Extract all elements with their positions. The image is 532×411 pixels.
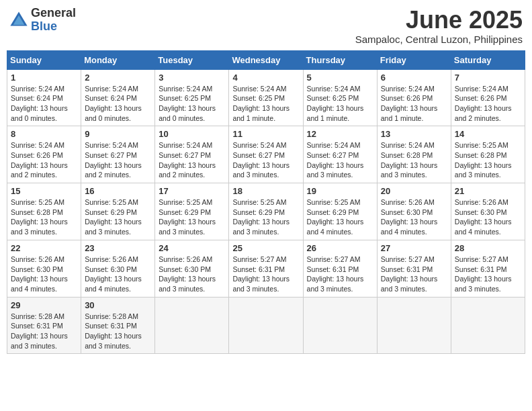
calendar-week-row: 8 Sunrise: 5:24 AM Sunset: 6:26 PM Dayli… xyxy=(7,126,525,183)
sunrise-label: Sunrise: 5:24 AM xyxy=(159,85,212,93)
sunset-label: Sunset: 6:30 PM xyxy=(11,265,63,273)
location-subtitle: Sampaloc, Central Luzon, Philippines xyxy=(355,34,523,45)
logo: General Blue xyxy=(9,7,76,34)
day-info: Sunrise: 5:24 AM Sunset: 6:25 PM Dayligh… xyxy=(307,84,373,124)
sunset-label: Sunset: 6:27 PM xyxy=(85,151,137,159)
header-monday: Monday xyxy=(81,50,155,69)
sunset-label: Sunset: 6:31 PM xyxy=(85,322,137,330)
logo-icon xyxy=(9,11,28,30)
day-number: 23 xyxy=(85,243,151,253)
day-number: 26 xyxy=(307,243,373,253)
table-row: 30 Sunrise: 5:28 AM Sunset: 6:31 PM Dayl… xyxy=(81,297,155,354)
daylight-label: Daylight: 13 hours and 0 minutes. xyxy=(159,104,216,122)
daylight-label: Daylight: 13 hours and 3 minutes. xyxy=(381,275,438,293)
sunrise-label: Sunrise: 5:24 AM xyxy=(381,85,435,93)
daylight-label: Daylight: 13 hours and 2 minutes. xyxy=(85,161,142,179)
daylight-label: Daylight: 13 hours and 1 minute. xyxy=(307,104,364,122)
sunset-label: Sunset: 6:28 PM xyxy=(381,151,433,159)
table-row: 15 Sunrise: 5:25 AM Sunset: 6:28 PM Dayl… xyxy=(7,183,81,240)
table-row xyxy=(451,297,525,354)
sunset-label: Sunset: 6:30 PM xyxy=(85,265,137,273)
header-saturday: Saturday xyxy=(451,50,525,69)
daylight-label: Daylight: 13 hours and 3 minutes. xyxy=(307,161,364,179)
day-info: Sunrise: 5:26 AM Sunset: 6:30 PM Dayligh… xyxy=(85,255,151,294)
table-row: 19 Sunrise: 5:25 AM Sunset: 6:29 PM Dayl… xyxy=(303,183,377,240)
sunrise-label: Sunrise: 5:24 AM xyxy=(232,141,286,149)
day-info: Sunrise: 5:24 AM Sunset: 6:26 PM Dayligh… xyxy=(381,84,447,124)
day-info: Sunrise: 5:25 AM Sunset: 6:29 PM Dayligh… xyxy=(307,197,373,237)
sunrise-label: Sunrise: 5:24 AM xyxy=(159,141,212,149)
table-row: 10 Sunrise: 5:24 AM Sunset: 6:27 PM Dayl… xyxy=(155,126,229,183)
table-row: 3 Sunrise: 5:24 AM Sunset: 6:25 PM Dayli… xyxy=(155,69,229,126)
logo-general: General xyxy=(31,7,76,20)
header-wednesday: Wednesday xyxy=(229,50,303,69)
sunrise-label: Sunrise: 5:24 AM xyxy=(381,141,435,149)
day-info: Sunrise: 5:24 AM Sunset: 6:24 PM Dayligh… xyxy=(85,84,151,124)
sunset-label: Sunset: 6:31 PM xyxy=(455,265,507,273)
sunset-label: Sunset: 6:25 PM xyxy=(232,94,285,102)
page-header: General Blue June 2025 Sampaloc, Central… xyxy=(7,7,525,45)
logo-text: General Blue xyxy=(31,7,76,34)
day-info: Sunrise: 5:26 AM Sunset: 6:30 PM Dayligh… xyxy=(381,197,447,237)
sunrise-label: Sunrise: 5:24 AM xyxy=(307,85,361,93)
day-info: Sunrise: 5:24 AM Sunset: 6:27 PM Dayligh… xyxy=(307,140,373,180)
sunrise-label: Sunrise: 5:26 AM xyxy=(85,255,138,263)
daylight-label: Daylight: 13 hours and 3 minutes. xyxy=(232,218,290,236)
daylight-label: Daylight: 13 hours and 3 minutes. xyxy=(232,161,290,179)
day-info: Sunrise: 5:25 AM Sunset: 6:28 PM Dayligh… xyxy=(11,197,77,237)
daylight-label: Daylight: 13 hours and 3 minutes. xyxy=(85,218,142,236)
sunset-label: Sunset: 6:26 PM xyxy=(381,94,433,102)
sunset-label: Sunset: 6:25 PM xyxy=(159,94,211,102)
daylight-label: Daylight: 13 hours and 4 minutes. xyxy=(455,218,512,236)
day-info: Sunrise: 5:24 AM Sunset: 6:28 PM Dayligh… xyxy=(381,140,447,180)
sunset-label: Sunset: 6:29 PM xyxy=(232,208,285,216)
day-info: Sunrise: 5:26 AM Sunset: 6:30 PM Dayligh… xyxy=(455,197,521,237)
sunrise-label: Sunrise: 5:26 AM xyxy=(381,198,435,206)
day-number: 7 xyxy=(455,73,521,83)
daylight-label: Daylight: 13 hours and 2 minutes. xyxy=(159,161,216,179)
header-friday: Friday xyxy=(377,50,451,69)
table-row: 28 Sunrise: 5:27 AM Sunset: 6:31 PM Dayl… xyxy=(451,240,525,297)
daylight-label: Daylight: 13 hours and 2 minutes. xyxy=(455,104,512,122)
day-number: 8 xyxy=(11,129,77,139)
day-info: Sunrise: 5:24 AM Sunset: 6:26 PM Dayligh… xyxy=(11,140,77,180)
day-number: 3 xyxy=(159,73,225,83)
day-number: 16 xyxy=(85,186,151,196)
day-info: Sunrise: 5:25 AM Sunset: 6:28 PM Dayligh… xyxy=(455,140,521,180)
day-info: Sunrise: 5:28 AM Sunset: 6:31 PM Dayligh… xyxy=(85,312,151,351)
day-number: 9 xyxy=(85,129,151,139)
day-info: Sunrise: 5:24 AM Sunset: 6:24 PM Dayligh… xyxy=(11,84,77,124)
day-number: 21 xyxy=(455,186,521,196)
day-number: 11 xyxy=(232,129,299,139)
daylight-label: Daylight: 13 hours and 3 minutes. xyxy=(159,275,216,293)
day-number: 24 xyxy=(159,243,225,253)
table-row: 4 Sunrise: 5:24 AM Sunset: 6:25 PM Dayli… xyxy=(229,69,303,126)
sunrise-label: Sunrise: 5:25 AM xyxy=(11,198,64,206)
daylight-label: Daylight: 13 hours and 2 minutes. xyxy=(11,161,68,179)
sunset-label: Sunset: 6:29 PM xyxy=(159,208,211,216)
day-number: 2 xyxy=(85,73,151,83)
day-number: 25 xyxy=(232,243,299,253)
sunset-label: Sunset: 6:31 PM xyxy=(232,265,285,273)
day-info: Sunrise: 5:25 AM Sunset: 6:29 PM Dayligh… xyxy=(232,197,299,237)
daylight-label: Daylight: 13 hours and 3 minutes. xyxy=(159,218,216,236)
day-info: Sunrise: 5:27 AM Sunset: 6:31 PM Dayligh… xyxy=(232,255,299,294)
table-row: 21 Sunrise: 5:26 AM Sunset: 6:30 PM Dayl… xyxy=(451,183,525,240)
sunset-label: Sunset: 6:29 PM xyxy=(307,208,359,216)
daylight-label: Daylight: 13 hours and 3 minutes. xyxy=(381,161,438,179)
day-info: Sunrise: 5:24 AM Sunset: 6:25 PM Dayligh… xyxy=(159,84,225,124)
table-row: 1 Sunrise: 5:24 AM Sunset: 6:24 PM Dayli… xyxy=(7,69,81,126)
table-row: 16 Sunrise: 5:25 AM Sunset: 6:29 PM Dayl… xyxy=(81,183,155,240)
sunrise-label: Sunrise: 5:25 AM xyxy=(455,141,508,149)
sunrise-label: Sunrise: 5:27 AM xyxy=(232,255,286,263)
sunrise-label: Sunrise: 5:25 AM xyxy=(85,198,138,206)
calendar-table: Sunday Monday Tuesday Wednesday Thursday… xyxy=(7,50,525,355)
day-number: 17 xyxy=(159,186,225,196)
day-number: 19 xyxy=(307,186,373,196)
sunset-label: Sunset: 6:27 PM xyxy=(232,151,285,159)
day-number: 14 xyxy=(455,129,521,139)
sunrise-label: Sunrise: 5:25 AM xyxy=(307,198,361,206)
sunrise-label: Sunrise: 5:28 AM xyxy=(11,312,64,320)
sunrise-label: Sunrise: 5:27 AM xyxy=(307,255,361,263)
day-number: 5 xyxy=(307,73,373,83)
